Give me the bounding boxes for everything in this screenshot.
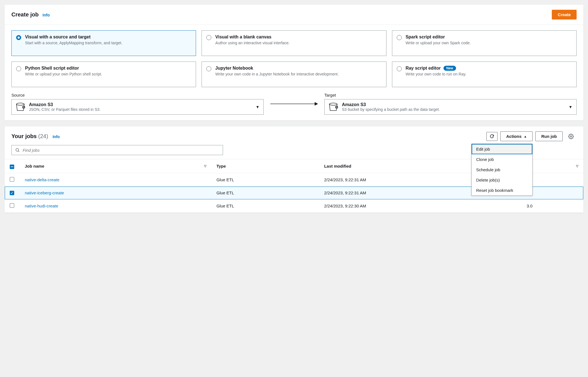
option-title: Spark script editor — [406, 35, 445, 40]
source-label: Source — [11, 93, 264, 97]
job-type-option[interactable]: Ray script editorNewWrite your own code … — [392, 62, 577, 87]
row-checkbox[interactable] — [10, 203, 14, 208]
create-job-title: Create job — [11, 11, 39, 18]
sort-icon[interactable]: ▽ — [576, 164, 578, 168]
col-type[interactable]: Type — [216, 164, 226, 168]
your-jobs-header: Your jobs (24) Info Actions ▲ Edit jobCl… — [5, 126, 583, 141]
target-desc: S3 bucket by specifying a bucket path as… — [342, 107, 440, 112]
select-all-checkbox[interactable] — [10, 165, 14, 169]
your-jobs-info-link[interactable]: Info — [53, 134, 60, 139]
refresh-icon — [489, 134, 494, 139]
your-jobs-title-text: Your jobs — [11, 133, 37, 139]
target-label: Target — [324, 93, 577, 97]
option-title: Python Shell script editor — [25, 66, 79, 71]
svg-point-5 — [16, 148, 19, 151]
caret-up-icon: ▲ — [524, 135, 527, 138]
radio-icon — [16, 66, 21, 71]
actions-menu: Edit jobClone jobSchedule jobDelete job(… — [471, 144, 533, 196]
bucket-icon — [329, 103, 338, 111]
radio-icon — [206, 35, 211, 40]
radio-icon — [206, 66, 211, 71]
job-type-option[interactable]: Jupyter NotebookWrite your own code in a… — [202, 62, 386, 87]
option-desc: Write your own code in a Jupyter Noteboo… — [215, 72, 339, 76]
svg-point-4 — [570, 136, 572, 137]
refresh-button[interactable] — [486, 132, 498, 141]
source-select[interactable]: Amazon S3 JSON, CSV, or Parquet files st… — [11, 99, 264, 115]
job-type-option[interactable]: Visual with a source and targetStart wit… — [11, 30, 196, 56]
option-desc: Start with a source, ApplyMapping transf… — [25, 41, 122, 45]
arrow-right-icon — [270, 101, 318, 107]
new-badge: New — [444, 66, 456, 71]
settings-button[interactable] — [565, 132, 577, 141]
create-job-header: Create job Info Create — [5, 5, 583, 25]
search-box[interactable] — [11, 145, 223, 155]
option-desc: Write or upload your own Spark code. — [406, 41, 471, 45]
svg-point-0 — [16, 103, 24, 105]
search-icon — [15, 148, 20, 153]
option-desc: Author using an interactive visual inter… — [215, 41, 290, 45]
job-name-link[interactable]: native-hudi-create — [25, 204, 58, 208]
your-jobs-panel: Your jobs (24) Info Actions ▲ Edit jobCl… — [4, 126, 584, 213]
job-version: 3.0 — [522, 199, 583, 213]
create-button[interactable]: Create — [552, 10, 577, 19]
your-jobs-count: (24) — [38, 133, 48, 139]
job-type-options: Visual with a source and targetStart wit… — [11, 30, 577, 87]
table-row: native-hudi-createGlue ETL2/24/2023, 9:2… — [5, 199, 583, 213]
job-type: Glue ETL — [211, 173, 319, 187]
create-job-panel: Create job Info Create Visual with a sou… — [4, 4, 584, 121]
option-title: Jupyter Notebook — [215, 66, 253, 71]
sort-icon[interactable]: ▽ — [204, 164, 206, 168]
actions-menu-item[interactable]: Clone job — [472, 154, 532, 165]
create-job-info-link[interactable]: Info — [43, 13, 50, 17]
job-type-option[interactable]: Python Shell script editorWrite or uploa… — [11, 62, 196, 87]
col-job-name[interactable]: Job name — [25, 164, 44, 168]
row-checkbox[interactable] — [10, 177, 14, 182]
target-select[interactable]: Amazon S3 S3 bucket by specifying a buck… — [324, 99, 577, 115]
job-type-option[interactable]: Visual with a blank canvasAuthor using a… — [202, 30, 386, 56]
actions-menu-item[interactable]: Delete job(s) — [472, 175, 532, 185]
svg-marker-2 — [315, 102, 318, 105]
job-name-link[interactable]: native-iceberg-create — [25, 190, 64, 195]
target-title: Amazon S3 — [342, 102, 440, 107]
option-title: Ray script editor — [406, 66, 441, 71]
caret-down-icon: ▼ — [569, 105, 572, 109]
option-title: Visual with a source and target — [25, 35, 90, 40]
actions-menu-item[interactable]: Edit job — [472, 144, 532, 154]
option-title: Visual with a blank canvas — [215, 35, 271, 40]
svg-point-3 — [329, 103, 337, 105]
your-jobs-title: Your jobs (24) — [11, 133, 48, 139]
radio-icon — [16, 35, 21, 40]
svg-line-6 — [18, 151, 19, 152]
job-modified: 2/24/2023, 9:22:30 AM — [319, 199, 522, 213]
source-target-row: Source Amazon S3 JSON, CSV, or Parquet f… — [11, 93, 577, 115]
radio-icon — [397, 66, 402, 71]
option-desc: Write or upload your own Python shell sc… — [25, 72, 102, 76]
actions-menu-item[interactable]: Schedule job — [472, 165, 532, 175]
run-job-button[interactable]: Run job — [535, 131, 563, 141]
job-type-option[interactable]: Spark script editorWrite or upload your … — [392, 30, 577, 56]
option-desc: Write your own code to run on Ray. — [406, 72, 466, 76]
actions-menu-item[interactable]: Reset job bookmark — [472, 185, 532, 195]
gear-icon — [568, 134, 574, 139]
radio-icon — [397, 35, 402, 40]
source-title: Amazon S3 — [29, 102, 101, 107]
source-desc: JSON, CSV, or Parquet files stored in S3… — [29, 107, 101, 112]
job-name-link[interactable]: native-delta-create — [25, 177, 59, 182]
bucket-icon — [16, 103, 25, 111]
job-type: Glue ETL — [211, 199, 319, 213]
col-last-modified[interactable]: Last modified — [324, 164, 351, 168]
job-type: Glue ETL — [211, 187, 319, 199]
actions-button-label: Actions — [506, 134, 521, 139]
actions-button[interactable]: Actions ▲ — [500, 131, 533, 141]
caret-down-icon: ▼ — [256, 105, 259, 109]
search-input[interactable] — [23, 148, 219, 153]
row-checkbox[interactable]: ✓ — [10, 191, 14, 195]
